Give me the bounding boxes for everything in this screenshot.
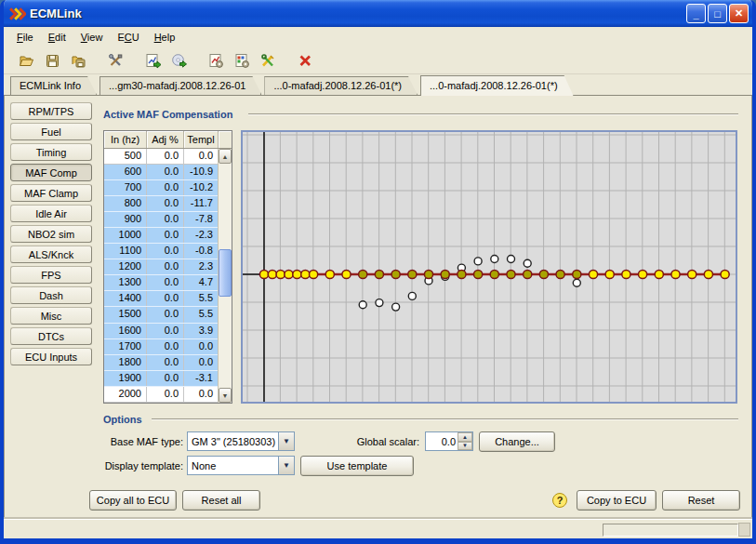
minimize-button[interactable]: _ — [686, 4, 706, 23]
sidebar-item-misc[interactable]: Misc — [10, 307, 92, 325]
configure-wrench-icon[interactable] — [257, 49, 279, 72]
table-row[interactable]: 6000.0-10.9 — [104, 165, 218, 180]
maximize-button[interactable]: □ — [708, 4, 727, 23]
table-cell[interactable]: 1300 — [104, 275, 147, 290]
base-maf-type-select[interactable]: GM 3" (25180303) ▼ — [187, 431, 295, 451]
col-header-templ[interactable]: Templ — [184, 131, 219, 148]
table-cell[interactable]: 600 — [104, 165, 147, 179]
table-row[interactable]: 8000.0-11.7 — [104, 196, 218, 212]
table-cell[interactable]: 0.0 — [147, 212, 184, 227]
sidebar-item-dtcs[interactable]: DTCs — [10, 327, 92, 345]
table-row[interactable]: 19000.0-3.1 — [104, 371, 218, 387]
table-cell[interactable]: 2000 — [104, 387, 147, 402]
table-cell[interactable]: 0.0 — [147, 244, 184, 259]
export-chart-icon[interactable] — [141, 49, 164, 72]
copy-all-to-ecu-button[interactable]: Copy all to ECU — [89, 490, 177, 511]
reset-button[interactable]: Reset — [662, 490, 740, 511]
sidebar-item-nbo2-sim[interactable]: NBO2 sim — [10, 225, 92, 243]
sidebar-item-maf-comp[interactable]: MAF Comp — [10, 164, 92, 181]
col-header-adj[interactable]: Adj % — [147, 131, 184, 148]
table-cell[interactable]: 5.5 — [184, 291, 218, 306]
table-cell[interactable]: 0.0 — [147, 339, 184, 354]
table-cell[interactable]: 0.0 — [147, 291, 184, 306]
table-cell[interactable]: 0.0 — [147, 149, 184, 164]
sidebar-item-maf-clamp[interactable]: MAF Clamp — [10, 184, 92, 202]
menu-ecu[interactable]: ECU — [110, 29, 146, 46]
sidebar-item-idle-air[interactable]: Idle Air — [10, 205, 92, 222]
table-cell[interactable]: 0.0 — [147, 355, 184, 370]
tab-log-3[interactable]: ...0-mafadj.2008.12.26-01(*) — [420, 75, 574, 96]
table-cell[interactable]: 1600 — [104, 324, 147, 338]
help-icon[interactable]: ? — [552, 493, 567, 508]
use-template-button[interactable]: Use template — [300, 456, 414, 476]
table-cell[interactable]: 0.0 — [147, 259, 184, 274]
menu-file[interactable]: File — [9, 29, 41, 46]
table-row[interactable]: 16000.03.9 — [104, 324, 218, 339]
table-cell[interactable]: 0.0 — [184, 387, 218, 402]
table-cell[interactable]: 1900 — [104, 371, 147, 386]
table-cell[interactable]: 0.0 — [147, 196, 184, 211]
table-cell[interactable]: 500 — [104, 149, 147, 164]
table-row[interactable]: 5000.00.0 — [104, 149, 218, 165]
display-template-select[interactable]: None ▼ — [187, 456, 295, 475]
table-cell[interactable]: 1400 — [104, 291, 147, 306]
table-cell[interactable]: 0.0 — [147, 165, 184, 179]
table-cell[interactable]: 0.0 — [147, 307, 184, 322]
table-cell[interactable]: -10.2 — [184, 180, 218, 195]
tab-log-1[interactable]: ...gm30-mafadj.2008.12.26-01 — [99, 76, 261, 95]
sidebar-item-dash[interactable]: Dash — [10, 286, 92, 304]
change-button[interactable]: Change... — [479, 431, 555, 452]
sidebar-item-fps[interactable]: FPS — [10, 266, 92, 284]
table-cell[interactable]: 0.0 — [147, 371, 184, 386]
table-row[interactable]: 12000.02.3 — [104, 259, 218, 275]
table-cell[interactable]: 1100 — [104, 244, 147, 259]
spin-down-icon[interactable]: ▼ — [458, 442, 472, 451]
reset-all-button[interactable]: Reset all — [182, 490, 260, 511]
table-cell[interactable]: -2.3 — [184, 228, 218, 243]
table-row[interactable]: 9000.0-7.8 — [104, 212, 218, 228]
table-cell[interactable]: -0.8 — [184, 244, 218, 259]
table-cell[interactable]: 1700 — [104, 339, 147, 354]
table-cell[interactable]: 4.7 — [184, 275, 218, 290]
scroll-up-icon[interactable]: ▲ — [219, 149, 232, 164]
tab-log-2[interactable]: ...0-mafadj.2008.12.26-01(*) — [264, 76, 418, 95]
chevron-down-icon[interactable]: ▼ — [278, 432, 294, 450]
table-cell[interactable]: 1500 — [104, 307, 147, 322]
close-red-x-icon[interactable] — [294, 49, 316, 72]
tools-icon[interactable] — [104, 49, 126, 72]
sidebar-item-als-knck[interactable]: ALS/Knck — [10, 245, 92, 263]
table-scrollbar[interactable]: ▲ ▼ — [218, 149, 232, 403]
tab-ecmlink-info[interactable]: ECMLink Info — [10, 76, 97, 95]
save-copy-icon[interactable] — [67, 49, 89, 72]
table-row[interactable]: 20000.00.0 — [104, 387, 218, 403]
table-cell[interactable]: -10.9 — [184, 165, 218, 179]
table-row[interactable]: 17000.00.0 — [104, 339, 218, 355]
table-cell[interactable]: -11.7 — [184, 196, 218, 211]
global-scalar-input[interactable] — [426, 432, 458, 450]
table-row[interactable]: 18000.00.0 — [104, 355, 218, 371]
table-cell[interactable]: 0.0 — [184, 355, 218, 370]
sidebar-item-timing[interactable]: Timing — [10, 143, 92, 161]
global-scalar-spinner[interactable]: ▲ ▼ — [425, 431, 473, 451]
table-cell[interactable]: 1000 — [104, 228, 147, 243]
sidebar-item-ecu-inputs[interactable]: ECU Inputs — [10, 348, 92, 365]
table-cell[interactable]: -7.8 — [184, 212, 218, 227]
col-header-in-hz[interactable]: In (hz) — [104, 131, 147, 148]
close-button[interactable]: ✕ — [729, 4, 749, 23]
open-file-icon[interactable] — [15, 49, 37, 72]
resize-grip[interactable] — [738, 523, 750, 537]
table-cell[interactable]: 1800 — [104, 355, 147, 370]
menu-help[interactable]: Help — [147, 29, 183, 46]
maf-chart-area[interactable] — [241, 130, 737, 404]
table-cell[interactable]: 900 — [104, 212, 147, 227]
spin-up-icon[interactable]: ▲ — [458, 432, 472, 442]
scroll-down-icon[interactable]: ▼ — [219, 388, 232, 403]
table-cell[interactable]: 800 — [104, 196, 147, 211]
chevron-down-icon[interactable]: ▼ — [278, 457, 294, 474]
table-cell[interactable]: -3.1 — [184, 371, 218, 386]
table-cell[interactable]: 700 — [104, 180, 147, 195]
save-file-icon[interactable] — [41, 49, 63, 72]
table-row[interactable]: 13000.04.7 — [104, 275, 218, 291]
sidebar-item-fuel[interactable]: Fuel — [10, 123, 92, 140]
table-cell[interactable]: 0.0 — [147, 180, 184, 195]
